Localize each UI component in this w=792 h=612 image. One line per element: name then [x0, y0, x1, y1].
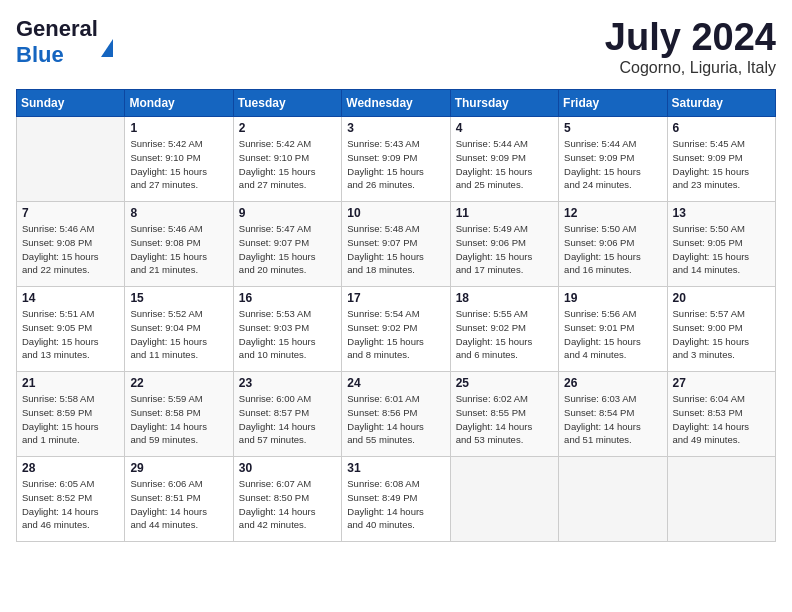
- day-number: 27: [673, 376, 770, 390]
- calendar-cell: 16Sunrise: 5:53 AM Sunset: 9:03 PM Dayli…: [233, 287, 341, 372]
- day-info: Sunrise: 5:44 AM Sunset: 9:09 PM Dayligh…: [564, 137, 661, 192]
- calendar-cell: 15Sunrise: 5:52 AM Sunset: 9:04 PM Dayli…: [125, 287, 233, 372]
- week-row-2: 7Sunrise: 5:46 AM Sunset: 9:08 PM Daylig…: [17, 202, 776, 287]
- day-info: Sunrise: 5:42 AM Sunset: 9:10 PM Dayligh…: [239, 137, 336, 192]
- day-info: Sunrise: 5:57 AM Sunset: 9:00 PM Dayligh…: [673, 307, 770, 362]
- day-number: 9: [239, 206, 336, 220]
- calendar-cell: 12Sunrise: 5:50 AM Sunset: 9:06 PM Dayli…: [559, 202, 667, 287]
- calendar-cell: 19Sunrise: 5:56 AM Sunset: 9:01 PM Dayli…: [559, 287, 667, 372]
- day-number: 29: [130, 461, 227, 475]
- calendar-cell: 2Sunrise: 5:42 AM Sunset: 9:10 PM Daylig…: [233, 117, 341, 202]
- day-number: 11: [456, 206, 553, 220]
- calendar-cell: 31Sunrise: 6:08 AM Sunset: 8:49 PM Dayli…: [342, 457, 450, 542]
- day-info: Sunrise: 6:05 AM Sunset: 8:52 PM Dayligh…: [22, 477, 119, 532]
- column-header-tuesday: Tuesday: [233, 90, 341, 117]
- column-header-sunday: Sunday: [17, 90, 125, 117]
- day-info: Sunrise: 5:43 AM Sunset: 9:09 PM Dayligh…: [347, 137, 444, 192]
- calendar-cell: 25Sunrise: 6:02 AM Sunset: 8:55 PM Dayli…: [450, 372, 558, 457]
- calendar-cell: 5Sunrise: 5:44 AM Sunset: 9:09 PM Daylig…: [559, 117, 667, 202]
- day-number: 6: [673, 121, 770, 135]
- column-header-saturday: Saturday: [667, 90, 775, 117]
- calendar-cell: 7Sunrise: 5:46 AM Sunset: 9:08 PM Daylig…: [17, 202, 125, 287]
- day-info: Sunrise: 5:46 AM Sunset: 9:08 PM Dayligh…: [22, 222, 119, 277]
- column-header-monday: Monday: [125, 90, 233, 117]
- calendar-cell: 23Sunrise: 6:00 AM Sunset: 8:57 PM Dayli…: [233, 372, 341, 457]
- calendar-cell: 22Sunrise: 5:59 AM Sunset: 8:58 PM Dayli…: [125, 372, 233, 457]
- month-title: July 2024: [605, 16, 776, 59]
- calendar-cell: 6Sunrise: 5:45 AM Sunset: 9:09 PM Daylig…: [667, 117, 775, 202]
- calendar-cell: 8Sunrise: 5:46 AM Sunset: 9:08 PM Daylig…: [125, 202, 233, 287]
- day-info: Sunrise: 5:44 AM Sunset: 9:09 PM Dayligh…: [456, 137, 553, 192]
- day-info: Sunrise: 6:08 AM Sunset: 8:49 PM Dayligh…: [347, 477, 444, 532]
- day-number: 17: [347, 291, 444, 305]
- day-number: 13: [673, 206, 770, 220]
- day-number: 25: [456, 376, 553, 390]
- calendar-cell: 18Sunrise: 5:55 AM Sunset: 9:02 PM Dayli…: [450, 287, 558, 372]
- day-number: 2: [239, 121, 336, 135]
- day-info: Sunrise: 5:42 AM Sunset: 9:10 PM Dayligh…: [130, 137, 227, 192]
- day-info: Sunrise: 5:53 AM Sunset: 9:03 PM Dayligh…: [239, 307, 336, 362]
- day-info: Sunrise: 5:55 AM Sunset: 9:02 PM Dayligh…: [456, 307, 553, 362]
- day-number: 8: [130, 206, 227, 220]
- column-header-friday: Friday: [559, 90, 667, 117]
- day-info: Sunrise: 6:07 AM Sunset: 8:50 PM Dayligh…: [239, 477, 336, 532]
- calendar-cell: 24Sunrise: 6:01 AM Sunset: 8:56 PM Dayli…: [342, 372, 450, 457]
- day-number: 12: [564, 206, 661, 220]
- calendar-cell: 29Sunrise: 6:06 AM Sunset: 8:51 PM Dayli…: [125, 457, 233, 542]
- calendar-table: SundayMondayTuesdayWednesdayThursdayFrid…: [16, 89, 776, 542]
- day-info: Sunrise: 5:50 AM Sunset: 9:06 PM Dayligh…: [564, 222, 661, 277]
- day-number: 7: [22, 206, 119, 220]
- day-number: 28: [22, 461, 119, 475]
- day-number: 5: [564, 121, 661, 135]
- day-info: Sunrise: 5:56 AM Sunset: 9:01 PM Dayligh…: [564, 307, 661, 362]
- day-info: Sunrise: 5:59 AM Sunset: 8:58 PM Dayligh…: [130, 392, 227, 447]
- calendar-cell: 9Sunrise: 5:47 AM Sunset: 9:07 PM Daylig…: [233, 202, 341, 287]
- logo-general-text: General: [16, 16, 98, 41]
- day-info: Sunrise: 6:03 AM Sunset: 8:54 PM Dayligh…: [564, 392, 661, 447]
- calendar-cell: [450, 457, 558, 542]
- day-number: 24: [347, 376, 444, 390]
- calendar-cell: 14Sunrise: 5:51 AM Sunset: 9:05 PM Dayli…: [17, 287, 125, 372]
- day-info: Sunrise: 5:46 AM Sunset: 9:08 PM Dayligh…: [130, 222, 227, 277]
- column-header-wednesday: Wednesday: [342, 90, 450, 117]
- day-number: 3: [347, 121, 444, 135]
- calendar-cell: [559, 457, 667, 542]
- day-info: Sunrise: 6:04 AM Sunset: 8:53 PM Dayligh…: [673, 392, 770, 447]
- calendar-cell: 26Sunrise: 6:03 AM Sunset: 8:54 PM Dayli…: [559, 372, 667, 457]
- title-section: July 2024 Cogorno, Liguria, Italy: [605, 16, 776, 77]
- day-number: 1: [130, 121, 227, 135]
- calendar-cell: 3Sunrise: 5:43 AM Sunset: 9:09 PM Daylig…: [342, 117, 450, 202]
- day-number: 20: [673, 291, 770, 305]
- week-row-1: 1Sunrise: 5:42 AM Sunset: 9:10 PM Daylig…: [17, 117, 776, 202]
- calendar-cell: 10Sunrise: 5:48 AM Sunset: 9:07 PM Dayli…: [342, 202, 450, 287]
- day-number: 26: [564, 376, 661, 390]
- day-info: Sunrise: 5:58 AM Sunset: 8:59 PM Dayligh…: [22, 392, 119, 447]
- calendar-cell: [17, 117, 125, 202]
- logo: General Blue: [16, 16, 113, 68]
- calendar-header-row: SundayMondayTuesdayWednesdayThursdayFrid…: [17, 90, 776, 117]
- day-number: 15: [130, 291, 227, 305]
- location-title: Cogorno, Liguria, Italy: [605, 59, 776, 77]
- day-number: 31: [347, 461, 444, 475]
- day-number: 14: [22, 291, 119, 305]
- calendar-cell: 21Sunrise: 5:58 AM Sunset: 8:59 PM Dayli…: [17, 372, 125, 457]
- day-info: Sunrise: 6:01 AM Sunset: 8:56 PM Dayligh…: [347, 392, 444, 447]
- logo-triangle-icon: [101, 22, 113, 57]
- day-info: Sunrise: 5:48 AM Sunset: 9:07 PM Dayligh…: [347, 222, 444, 277]
- calendar-cell: [667, 457, 775, 542]
- day-info: Sunrise: 5:47 AM Sunset: 9:07 PM Dayligh…: [239, 222, 336, 277]
- calendar-cell: 20Sunrise: 5:57 AM Sunset: 9:00 PM Dayli…: [667, 287, 775, 372]
- day-info: Sunrise: 6:00 AM Sunset: 8:57 PM Dayligh…: [239, 392, 336, 447]
- calendar-cell: 11Sunrise: 5:49 AM Sunset: 9:06 PM Dayli…: [450, 202, 558, 287]
- week-row-3: 14Sunrise: 5:51 AM Sunset: 9:05 PM Dayli…: [17, 287, 776, 372]
- calendar-cell: 17Sunrise: 5:54 AM Sunset: 9:02 PM Dayli…: [342, 287, 450, 372]
- calendar-cell: 28Sunrise: 6:05 AM Sunset: 8:52 PM Dayli…: [17, 457, 125, 542]
- week-row-4: 21Sunrise: 5:58 AM Sunset: 8:59 PM Dayli…: [17, 372, 776, 457]
- day-number: 4: [456, 121, 553, 135]
- calendar-cell: 4Sunrise: 5:44 AM Sunset: 9:09 PM Daylig…: [450, 117, 558, 202]
- day-number: 21: [22, 376, 119, 390]
- day-info: Sunrise: 5:51 AM Sunset: 9:05 PM Dayligh…: [22, 307, 119, 362]
- day-info: Sunrise: 5:50 AM Sunset: 9:05 PM Dayligh…: [673, 222, 770, 277]
- day-number: 16: [239, 291, 336, 305]
- calendar-cell: 30Sunrise: 6:07 AM Sunset: 8:50 PM Dayli…: [233, 457, 341, 542]
